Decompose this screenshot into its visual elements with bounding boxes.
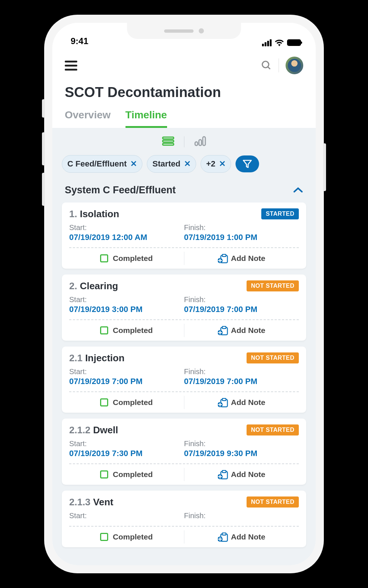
add-note-button[interactable]: Add Note (184, 392, 299, 413)
finish-value: 07/19/2019 9:30 PM (184, 449, 299, 458)
finish-label: Finish: (184, 512, 299, 520)
svg-rect-3 (163, 140, 174, 142)
cellular-signal-icon (262, 39, 272, 46)
filter-chip[interactable]: Started ✕ (147, 155, 196, 173)
svg-rect-21 (222, 533, 226, 535)
finish-label: Finish: (184, 295, 299, 304)
filter-button[interactable] (236, 155, 259, 172)
completed-button[interactable]: Completed (69, 392, 184, 413)
start-value: 07/19/2019 12:00 AM (69, 233, 184, 242)
filter-chip[interactable]: C Feed/Effluent ✕ (62, 155, 142, 173)
chevron-up-icon[interactable] (293, 184, 303, 196)
status-badge: NOT STARTED (247, 352, 299, 363)
tab-timeline[interactable]: Timeline (125, 109, 167, 128)
timeline-card: 2. Clearing NOT STARTED Start: 07/19/201… (62, 275, 306, 341)
status-badge: NOT STARTED (247, 424, 299, 435)
close-icon[interactable]: ✕ (184, 159, 191, 169)
finish-value: 07/19/2019 7:00 PM (184, 377, 299, 386)
add-note-button[interactable]: Add Note (184, 464, 299, 485)
tab-overview[interactable]: Overview (65, 109, 111, 128)
checkbox-icon (100, 254, 108, 262)
svg-rect-15 (222, 398, 226, 401)
start-label: Start: (69, 295, 184, 304)
completed-button[interactable]: Completed (69, 248, 184, 269)
add-note-icon (218, 254, 227, 263)
add-note-label: Add Note (231, 398, 265, 407)
add-note-button[interactable]: Add Note (184, 527, 299, 547)
chip-label: +2 (206, 159, 215, 169)
add-note-icon (218, 326, 227, 335)
add-note-icon (218, 533, 227, 541)
search-icon[interactable] (261, 60, 272, 71)
status-time: 9:41 (71, 36, 88, 46)
completed-label: Completed (113, 398, 153, 407)
finish-label: Finish: (184, 223, 299, 232)
add-note-label: Add Note (231, 326, 265, 335)
svg-point-0 (262, 61, 269, 68)
svg-rect-5 (195, 142, 198, 146)
card-title: 2. Clearing (69, 280, 118, 292)
svg-rect-18 (222, 470, 226, 473)
completed-label: Completed (113, 254, 153, 263)
chip-label: Started (152, 159, 180, 169)
svg-rect-9 (222, 254, 226, 257)
svg-rect-6 (199, 140, 201, 146)
start-label: Start: (69, 440, 184, 448)
chart-view-icon[interactable] (194, 136, 206, 148)
start-label: Start: (69, 368, 184, 376)
section-title: System C Feed/Effluent (65, 184, 176, 196)
completed-label: Completed (113, 326, 153, 335)
timeline-card: 2.1.2 Dwell NOT STARTED Start: 07/19/201… (62, 419, 306, 485)
svg-rect-7 (203, 137, 205, 146)
start-value: 07/19/2019 3:00 PM (69, 305, 184, 314)
start-value: 07/19/2019 7:30 PM (69, 449, 184, 458)
page-title: SCOT Decontamination (65, 85, 305, 100)
start-value: 07/19/2019 7:00 PM (69, 377, 184, 386)
svg-rect-4 (163, 143, 174, 145)
checkbox-icon (100, 470, 108, 478)
card-title: 2.1.2 Dwell (69, 424, 118, 436)
checkbox-icon (100, 533, 108, 541)
add-note-icon (218, 398, 227, 407)
finish-value: 07/19/2019 7:00 PM (184, 305, 299, 314)
start-label: Start: (69, 223, 184, 232)
svg-rect-2 (163, 137, 174, 139)
battery-icon (287, 39, 301, 46)
completed-label: Completed (113, 470, 153, 479)
chip-label: C Feed/Effluent (67, 159, 127, 169)
add-note-label: Add Note (231, 470, 265, 479)
completed-button[interactable]: Completed (69, 527, 184, 547)
svg-line-1 (268, 67, 270, 69)
list-view-icon[interactable] (162, 136, 174, 147)
tabs: Overview Timeline (63, 109, 305, 128)
wifi-icon (275, 39, 284, 46)
add-note-label: Add Note (231, 533, 265, 541)
svg-rect-12 (222, 326, 226, 329)
add-note-label: Add Note (231, 254, 265, 263)
timeline-card: 1. Isolation STARTED Start: 07/19/2019 1… (62, 202, 306, 269)
status-badge: NOT STARTED (247, 496, 299, 508)
completed-button[interactable]: Completed (69, 464, 184, 485)
finish-value: 07/19/2019 1:00 PM (184, 233, 299, 242)
filter-chip[interactable]: +2 ✕ (201, 155, 231, 173)
checkbox-icon (100, 326, 108, 334)
timeline-card: 2.1.3 Vent NOT STARTED Start: Finish: Co… (62, 491, 306, 547)
menu-icon[interactable] (65, 61, 77, 71)
add-note-button[interactable]: Add Note (184, 248, 299, 269)
status-badge: STARTED (261, 208, 299, 219)
add-note-button[interactable]: Add Note (184, 320, 299, 341)
close-icon[interactable]: ✕ (219, 159, 226, 169)
timeline-card: 2.1 Injection NOT STARTED Start: 07/19/2… (62, 347, 306, 413)
status-badge: NOT STARTED (247, 280, 299, 291)
start-label: Start: (69, 512, 184, 520)
completed-button[interactable]: Completed (69, 320, 184, 341)
avatar[interactable] (286, 57, 303, 74)
checkbox-icon (100, 398, 108, 406)
card-title: 1. Isolation (69, 208, 119, 220)
card-title: 2.1 Injection (69, 352, 124, 364)
finish-label: Finish: (184, 440, 299, 448)
card-title: 2.1.3 Vent (69, 496, 113, 508)
close-icon[interactable]: ✕ (130, 159, 137, 169)
finish-label: Finish: (184, 368, 299, 376)
completed-label: Completed (113, 533, 153, 541)
